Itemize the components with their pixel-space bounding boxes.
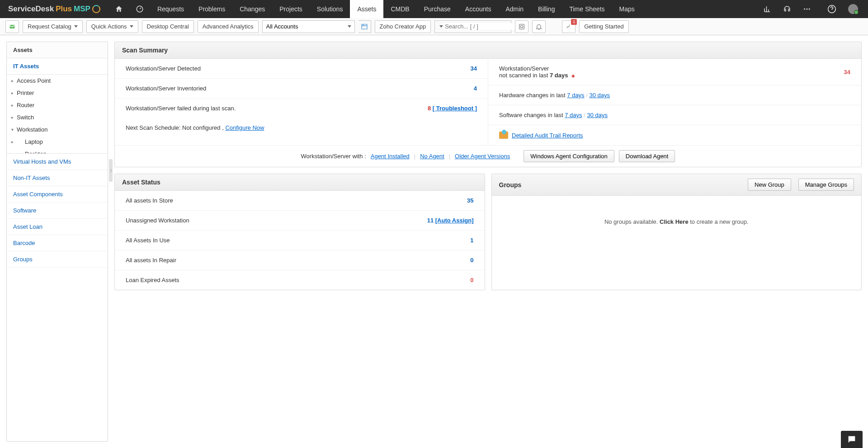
label: Workstation/Server with : <box>301 153 366 160</box>
nav-accounts[interactable]: Accounts <box>458 0 499 18</box>
side-link-software[interactable]: Software <box>7 203 108 219</box>
side-link-asset-loan[interactable]: Asset Loan <box>7 219 108 235</box>
request-catalog-dropdown[interactable]: Request Catalog <box>23 20 83 33</box>
windows-agent-config-button[interactable]: Windows Agent Configuration <box>524 150 614 162</box>
asset-status-title: Asset Status <box>115 174 485 191</box>
tree-item-switch[interactable]: Switch <box>7 111 108 123</box>
nav-changes[interactable]: Changes <box>232 0 272 18</box>
nav-admin[interactable]: Admin <box>498 0 531 18</box>
home-icon[interactable] <box>108 0 129 18</box>
groups-empty: No groups available. Click Here to creat… <box>492 196 862 248</box>
search-box[interactable] <box>434 20 511 33</box>
value[interactable]: 8 [ Troubleshoot ] <box>428 105 477 112</box>
tree-item-access-point[interactable]: Access Point <box>7 75 108 87</box>
nav-assets[interactable]: Assets <box>350 0 383 18</box>
side-link-virtual-hosts-and-vms[interactable]: Virtual Hosts and VMs <box>7 154 108 170</box>
click-here-link[interactable]: Click Here <box>660 218 689 225</box>
text: to create a new group. <box>690 218 748 225</box>
sidebar-it-assets[interactable]: IT Assets <box>7 58 108 75</box>
value[interactable]: 34 <box>471 65 477 72</box>
agent-bar: Workstation/Server with : Agent Installe… <box>115 145 861 167</box>
quick-actions-dropdown[interactable]: Quick Actions <box>86 20 138 33</box>
label: Request Catalog <box>28 23 71 30</box>
announcements-icon[interactable]: 1 <box>562 20 576 33</box>
more-icon[interactable] <box>798 0 816 18</box>
chat-fab[interactable] <box>841 431 863 448</box>
troubleshoot-link[interactable]: [ Troubleshoot ] <box>433 105 477 112</box>
groups-header: Groups New Group Manage Groups <box>492 174 862 196</box>
nav-time-sheets[interactable]: Time Sheets <box>562 0 612 18</box>
search-input[interactable] <box>445 23 521 30</box>
label: All assets In Repair <box>126 257 176 264</box>
audit-row: Detailed Audit Trail Reports <box>488 125 861 145</box>
scan-row: Workstation/Server failed during last sc… <box>115 99 488 118</box>
collapse-handle[interactable]: ⟨ <box>109 159 113 182</box>
label: Quick Actions <box>91 23 127 30</box>
help-icon[interactable] <box>823 0 841 18</box>
right-icons <box>759 0 868 18</box>
advanced-analytics-button[interactable]: Advanced Analytics <box>198 20 259 33</box>
scan-row: Workstation/Server Inventoried4 <box>115 79 488 99</box>
nav-maps[interactable]: Maps <box>612 0 642 18</box>
dashboard-icon[interactable] <box>129 0 150 18</box>
agent-installed-link[interactable]: Agent Installed <box>371 153 410 160</box>
value[interactable]: 4 <box>474 85 477 92</box>
asset-row: Loan Expired Assets0 <box>115 270 485 290</box>
nav-billing[interactable]: Billing <box>531 0 562 18</box>
audit-link[interactable]: Detailed Audit Trail Reports <box>512 132 583 139</box>
hw-7days-link[interactable]: 7 days <box>567 92 584 99</box>
sort-icon[interactable]: ◆ <box>571 73 575 78</box>
label: Workstation/Server Detected <box>126 65 201 72</box>
manage-groups-button[interactable]: Manage Groups <box>798 179 854 191</box>
nav-cmdb[interactable]: CMDB <box>383 0 416 18</box>
account-picker-button[interactable] <box>359 20 371 33</box>
nav-solutions[interactable]: Solutions <box>310 0 350 18</box>
side-link-groups[interactable]: Groups <box>7 251 108 268</box>
value[interactable]: 0 <box>470 257 473 264</box>
asset-status-panel: Asset Status All assets In Store35Unassi… <box>114 174 485 290</box>
recent-items-icon[interactable] <box>515 20 528 33</box>
value[interactable]: 1 <box>470 237 473 244</box>
desktop-central-button[interactable]: Desktop Central <box>142 20 194 33</box>
nav-requests[interactable]: Requests <box>150 0 191 18</box>
nav-problems[interactable]: Problems <box>191 0 232 18</box>
scan-row: Workstation/Server Detected34 <box>115 59 488 79</box>
reports-icon[interactable] <box>759 0 776 18</box>
account-select-input[interactable] <box>262 20 355 33</box>
side-link-non-it-assets[interactable]: Non-IT Assets <box>7 170 108 186</box>
hw-changes-row: Hardware changes in last 7 days / 30 day… <box>488 85 861 105</box>
value[interactable]: 11 [Auto Assign] <box>427 217 474 224</box>
getting-started-button[interactable]: Getting Started <box>579 20 628 33</box>
value[interactable]: 35 <box>467 197 473 204</box>
label: Workstation/Server Inventoried <box>126 85 206 92</box>
nav-purchase[interactable]: Purchase <box>417 0 458 18</box>
auto-assign-link[interactable]: [Auto Assign] <box>435 217 474 224</box>
toolbar: Request Catalog Quick Actions Desktop Ce… <box>0 18 868 35</box>
support-icon[interactable] <box>778 0 796 18</box>
tree-item-desktop[interactable]: Desktop <box>7 148 108 154</box>
nav-projects[interactable]: Projects <box>272 0 310 18</box>
chevron-down-icon <box>439 25 443 28</box>
side-link-asset-components[interactable]: Asset Components <box>7 186 108 203</box>
no-agent-link[interactable]: No Agent <box>420 153 444 160</box>
tree-item-printer[interactable]: Printer <box>7 87 108 99</box>
account-select[interactable] <box>262 20 355 33</box>
new-group-button[interactable]: New Group <box>748 179 791 191</box>
notifications-icon[interactable] <box>532 20 546 33</box>
zoho-creator-button[interactable]: Zoho Creator App <box>375 20 431 33</box>
tree-item-laptop[interactable]: Laptop <box>7 136 108 148</box>
sidebar-tree: Access PointPrinterRouterSwitchWorkstati… <box>7 75 108 154</box>
side-link-barcode[interactable]: Barcode <box>7 235 108 251</box>
older-agent-link[interactable]: Older Agent Versions <box>455 153 510 160</box>
tree-item-workstation[interactable]: Workstation <box>7 123 108 136</box>
tree-item-router[interactable]: Router <box>7 99 108 111</box>
sw-7days-link[interactable]: 7 days <box>565 112 582 118</box>
user-avatar[interactable] <box>844 0 863 18</box>
value[interactable]: 34 <box>844 69 850 75</box>
value[interactable]: 0 <box>470 277 473 283</box>
hw-30days-link[interactable]: 30 days <box>589 92 610 99</box>
configure-now-link[interactable]: Configure Now <box>225 124 264 131</box>
sw-30days-link[interactable]: 30 days <box>587 112 608 118</box>
download-agent-button[interactable]: Download Agent <box>619 150 675 162</box>
new-request-icon[interactable] <box>5 20 19 33</box>
